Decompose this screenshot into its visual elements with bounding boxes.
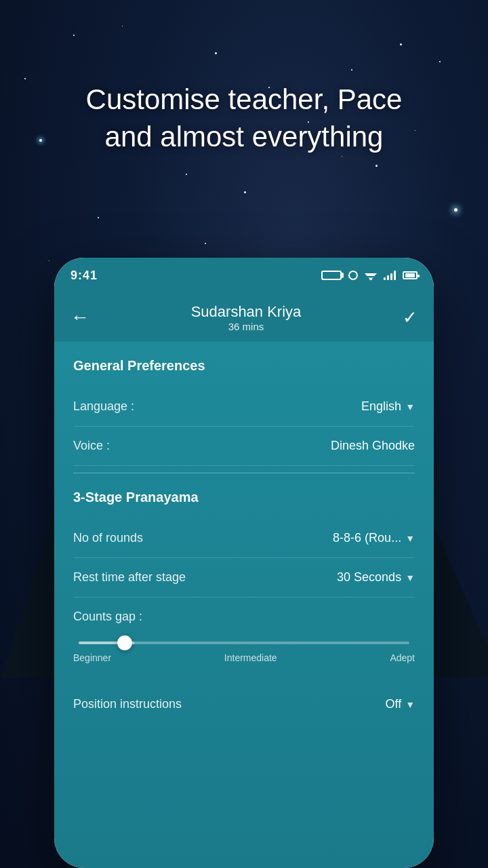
status-icons (321, 271, 418, 280)
rest-time-label: Rest time after stage (73, 570, 186, 585)
battery-icon (403, 271, 418, 279)
counts-gap-section: Counts gap : Beginner Intermediate Adept (73, 597, 415, 685)
rounds-value[interactable]: 8-8-6 (Rou... ▼ (333, 531, 415, 545)
status-bar: 9:41 (54, 258, 434, 293)
counts-gap-label: Counts gap : (73, 610, 415, 624)
slider-labels: Beginner Intermediate Adept (73, 652, 415, 663)
hero-title-line2: and almost everything (105, 121, 384, 153)
signal-bars-icon (384, 271, 396, 280)
hero-section: Customise teacher, Pace and almost every… (0, 81, 488, 155)
voice-selected: Dinesh Ghodke (331, 439, 415, 453)
language-dropdown-arrow: ▼ (405, 401, 415, 412)
voice-row[interactable]: Voice : Dinesh Ghodke (73, 427, 415, 466)
language-label: Language : (73, 399, 134, 414)
phone-mockup: 9:41 ← Sudarshan Kriya (54, 258, 434, 868)
position-instructions-label: Position instructions (73, 697, 182, 711)
language-row[interactable]: Language : English ▼ (73, 387, 415, 427)
section-divider (73, 473, 415, 473)
voice-label: Voice : (73, 439, 110, 453)
wifi-icon (365, 271, 377, 280)
position-instructions-selected: Off (385, 697, 401, 711)
language-value[interactable]: English ▼ (361, 399, 415, 414)
rounds-row[interactable]: No of rounds 8-8-6 (Rou... ▼ (73, 519, 415, 558)
rounds-label: No of rounds (73, 531, 143, 545)
status-time: 9:41 (70, 269, 98, 283)
session-title: Sudarshan Kriya (89, 303, 403, 321)
pranayama-title: 3-Stage Pranayama (73, 490, 415, 505)
settings-content: General Preferences Language : English ▼… (54, 342, 434, 868)
pill-icon (321, 271, 342, 280)
circle-icon (348, 271, 358, 280)
rounds-selected: 8-8-6 (Rou... (333, 531, 401, 545)
slider-label-adept: Adept (390, 652, 415, 663)
rest-time-selected: 30 Seconds (337, 570, 401, 585)
back-button[interactable]: ← (70, 307, 89, 328)
confirm-button[interactable]: ✓ (403, 307, 418, 328)
position-instructions-dropdown-arrow: ▼ (405, 699, 415, 710)
rounds-dropdown-arrow: ▼ (405, 533, 415, 544)
hero-title-line1: Customise teacher, Pace (86, 83, 403, 115)
position-instructions-row[interactable]: Position instructions Off ▼ (73, 685, 415, 724)
nav-bar: ← Sudarshan Kriya 36 mins ✓ (54, 293, 434, 342)
rest-time-dropdown-arrow: ▼ (405, 572, 415, 583)
slider-track (79, 642, 409, 644)
slider-label-intermediate: Intermediate (224, 652, 277, 663)
voice-value: Dinesh Ghodke (331, 439, 415, 453)
counts-gap-slider[interactable]: Beginner Intermediate Adept (73, 635, 415, 679)
slider-label-beginner: Beginner (73, 652, 111, 663)
nav-title: Sudarshan Kriya 36 mins (89, 303, 403, 332)
rest-time-row[interactable]: Rest time after stage 30 Seconds ▼ (73, 558, 415, 597)
slider-thumb[interactable] (117, 635, 132, 650)
session-duration: 36 mins (89, 321, 403, 332)
rest-time-value[interactable]: 30 Seconds ▼ (337, 570, 415, 585)
language-selected: English (361, 399, 401, 414)
position-instructions-value[interactable]: Off ▼ (385, 697, 415, 711)
general-preferences-title: General Preferences (73, 358, 415, 374)
